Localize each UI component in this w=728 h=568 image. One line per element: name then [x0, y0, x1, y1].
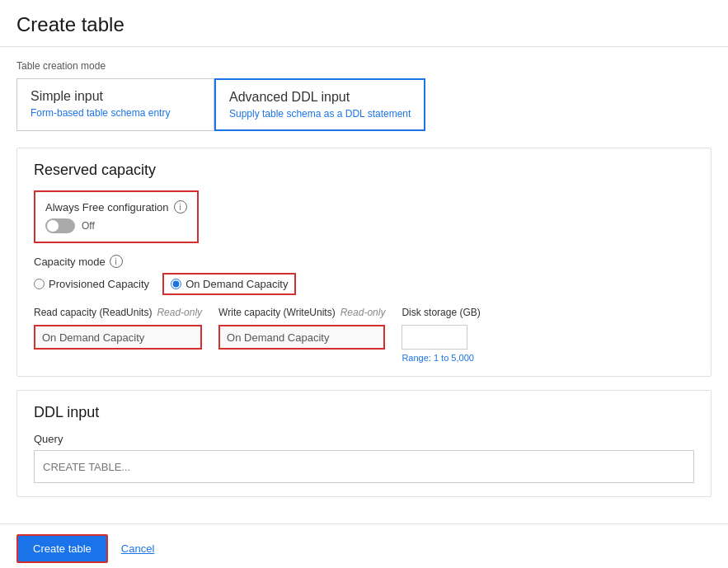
mode-row: Simple input Form-based table schema ent… [16, 78, 712, 131]
mode-section-label: Table creation mode [16, 60, 712, 72]
content-area: Table creation mode Simple input Form-ba… [0, 47, 728, 523]
page-header: Create table [0, 0, 728, 47]
write-capacity-label: Write capacity (WriteUnits) [218, 307, 336, 318]
simple-input-desc: Form-based table schema entry [31, 107, 200, 119]
reserved-capacity-title: Reserved capacity [34, 162, 694, 179]
simple-input-card[interactable]: Simple input Form-based table schema ent… [16, 78, 214, 131]
provisioned-capacity-label: Provisioned Capacity [49, 278, 149, 290]
capacity-mode-info-icon[interactable]: i [110, 255, 123, 268]
page-title: Create table [16, 13, 712, 36]
reserved-capacity-section: Reserved capacity Always Free configurat… [16, 148, 712, 377]
table-creation-mode-section: Table creation mode Simple input Form-ba… [16, 60, 712, 131]
always-free-box: Always Free configuration i Off [34, 190, 199, 243]
always-free-info-icon[interactable]: i [174, 200, 187, 214]
fields-row: Read capacity (ReadUnits) Read-only On D… [34, 307, 694, 363]
always-free-row: Always Free configuration i [45, 200, 187, 214]
advanced-ddl-title: Advanced DDL input [229, 90, 411, 105]
always-free-toggle[interactable] [45, 218, 75, 233]
create-table-button[interactable]: Create table [16, 534, 108, 563]
provisioned-capacity-radio[interactable] [34, 279, 45, 289]
read-label-row: Read capacity (ReadUnits) Read-only [34, 307, 202, 318]
write-label-row: Write capacity (WriteUnits) Read-only [218, 307, 385, 318]
write-capacity-input: On Demand Capacity [218, 325, 385, 350]
read-capacity-label: Read capacity (ReadUnits) [34, 307, 152, 318]
advanced-ddl-desc: Supply table schema as a DDL statement [229, 108, 411, 120]
page-wrapper: Create table Table creation mode Simple … [0, 0, 728, 568]
capacity-mode-section: Capacity mode i Provisioned Capacity On … [34, 255, 694, 295]
advanced-ddl-card[interactable]: Advanced DDL input Supply table schema a… [214, 78, 425, 131]
on-demand-box: On Demand Capacity [162, 273, 296, 295]
provisioned-capacity-option[interactable]: Provisioned Capacity [34, 278, 149, 290]
read-capacity-value: On Demand Capacity [42, 331, 144, 344]
read-capacity-group: Read capacity (ReadUnits) Read-only On D… [34, 307, 202, 350]
disk-label-row: Disk storage (GB) [402, 307, 480, 318]
footer-buttons: Create table Cancel [0, 523, 728, 568]
always-free-label: Always Free configuration [45, 201, 169, 214]
query-input[interactable] [34, 450, 694, 483]
cancel-button[interactable]: Cancel [121, 542, 154, 555]
toggle-knob [47, 220, 59, 232]
on-demand-capacity-radio[interactable] [171, 279, 181, 289]
write-capacity-readonly: Read-only [341, 307, 386, 318]
simple-input-title: Simple input [31, 89, 200, 104]
disk-storage-group: Disk storage (GB) 25 Range: 1 to 5,000 [402, 307, 480, 363]
read-capacity-readonly: Read-only [157, 307, 202, 318]
query-label: Query [34, 433, 694, 445]
write-capacity-group: Write capacity (WriteUnits) Read-only On… [218, 307, 385, 350]
on-demand-capacity-label: On Demand Capacity [186, 278, 288, 290]
disk-storage-label: Disk storage (GB) [402, 307, 480, 318]
ddl-input-section: DDL input Query [16, 390, 712, 497]
toggle-row: Off [45, 218, 187, 233]
on-demand-capacity-option[interactable]: On Demand Capacity [171, 278, 288, 290]
capacity-mode-label: Capacity mode [34, 256, 106, 268]
read-capacity-input: On Demand Capacity [34, 325, 202, 350]
disk-storage-hint: Range: 1 to 5,000 [402, 353, 480, 363]
ddl-section-title: DDL input [34, 404, 694, 421]
capacity-mode-radio-group: Provisioned Capacity On Demand Capacity [34, 273, 694, 295]
toggle-off-label: Off [82, 220, 95, 232]
capacity-label-row: Capacity mode i [34, 255, 694, 268]
disk-storage-input[interactable]: 25 [402, 325, 467, 350]
write-capacity-value: On Demand Capacity [227, 331, 329, 344]
